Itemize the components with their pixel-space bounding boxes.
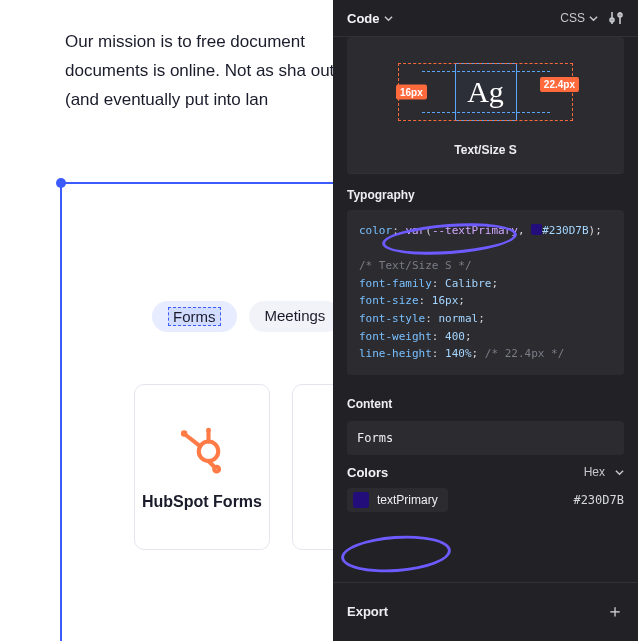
svg-point-5 [181, 430, 188, 437]
colors-header: Colors Hex [333, 455, 638, 482]
colors-title: Colors [347, 465, 388, 480]
color-chip[interactable]: textPrimary [347, 488, 448, 512]
hubspot-icon [176, 422, 228, 474]
tag-row: Forms Meetings [152, 301, 341, 332]
code-tab-label: Code [347, 11, 380, 26]
dim-left-badge: 16px [396, 85, 427, 100]
chevron-down-icon [589, 14, 598, 23]
export-section: Export ＋ [333, 582, 638, 641]
color-swatch-icon [531, 224, 542, 235]
color-name: textPrimary [377, 493, 438, 507]
color-format-dropdown[interactable]: Hex [584, 465, 624, 479]
svg-point-6 [214, 466, 219, 471]
lang-dropdown[interactable]: CSS [560, 11, 598, 25]
inspector-header: Code CSS [333, 0, 638, 37]
chevron-down-icon [384, 14, 393, 23]
card-hubspot[interactable]: HubSpot Forms [134, 384, 270, 550]
color-swatch-icon [353, 492, 369, 508]
content-value[interactable]: Forms [347, 421, 624, 455]
chevron-down-icon [615, 468, 624, 477]
tag-meetings-label: Meetings [265, 307, 326, 324]
typography-title: Typography [333, 174, 638, 208]
text-preview-box: 16px 22.4px Ag Text/Size S [347, 37, 624, 174]
tag-meetings[interactable]: Meetings [249, 301, 342, 332]
css-code-block[interactable]: color: var(--textPrimary, #230D7B); /* T… [347, 210, 624, 375]
svg-line-3 [186, 435, 201, 446]
dim-right-badge: 22.4px [540, 77, 579, 92]
export-title: Export [347, 604, 388, 619]
add-export-button[interactable]: ＋ [606, 599, 624, 623]
color-row: textPrimary #230D7B [347, 488, 624, 512]
mission-paragraph: Our mission is to free document document… [65, 28, 365, 115]
card-hubspot-label: HubSpot Forms [142, 492, 262, 513]
content-title: Content [333, 383, 638, 417]
svg-point-0 [199, 441, 219, 461]
tag-forms-label: Forms [168, 307, 221, 326]
color-hex-value[interactable]: #230D7B [573, 493, 624, 507]
svg-point-4 [206, 427, 211, 432]
lang-label: CSS [560, 11, 585, 25]
settings-icon[interactable] [608, 10, 624, 26]
tag-forms[interactable]: Forms [152, 301, 237, 332]
inspector-panel: Code CSS 16px 22.4px Ag [333, 0, 638, 641]
preview-caption: Text/Size S [454, 143, 516, 157]
color-format-label: Hex [584, 465, 605, 479]
code-tab[interactable]: Code [347, 11, 393, 26]
